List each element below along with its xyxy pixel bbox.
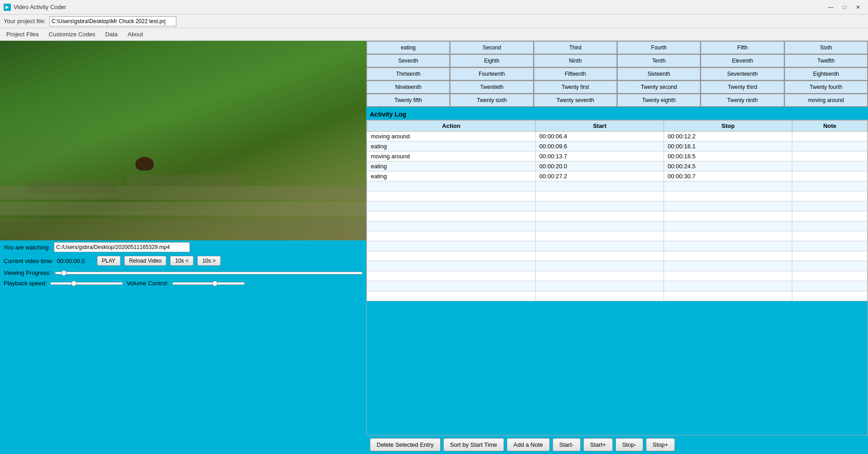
- code-btn-fourteenth[interactable]: Fourteenth: [450, 68, 533, 80]
- maximize-button[interactable]: □: [838, 2, 851, 13]
- code-btn-third[interactable]: Third: [534, 41, 617, 54]
- table-row-empty: [367, 271, 868, 281]
- play-button[interactable]: PLAY: [97, 256, 121, 266]
- code-btn-twenty-third[interactable]: Twenty third: [701, 81, 784, 93]
- reload-video-button[interactable]: Reload Video: [124, 256, 167, 266]
- progress-thumb[interactable]: [61, 270, 67, 276]
- code-btn-twenty-seventh[interactable]: Twenty seventh: [534, 94, 617, 107]
- col-note: Note: [792, 121, 868, 132]
- code-btn-sixteenth[interactable]: Sixteenth: [617, 68, 700, 80]
- cell-stop: 00:00:12.2: [664, 132, 792, 142]
- code-btn-tenth[interactable]: Tenth: [617, 54, 700, 67]
- code-btn-fifth[interactable]: Fifth: [701, 41, 784, 54]
- video-time-bar: Current video time: 00:00:00.0 PLAY Relo…: [0, 254, 366, 268]
- code-btn-twenty-sixth[interactable]: Twenty sixth: [450, 94, 533, 107]
- code-btn-twelfth[interactable]: Twelfth: [785, 54, 868, 67]
- svg-rect-4: [127, 175, 240, 187]
- speed-label: Playback speed:: [4, 280, 47, 287]
- col-stop: Stop: [664, 121, 792, 132]
- code-btn-second[interactable]: Second: [450, 41, 533, 54]
- cell-empty: [664, 291, 792, 301]
- table-row[interactable]: moving around00:00:06.400:00:12.2: [367, 132, 868, 142]
- stop-minus-button[interactable]: Stop-: [616, 438, 643, 451]
- progress-track[interactable]: [55, 272, 363, 274]
- stop-plus-button[interactable]: Stop+: [646, 438, 675, 451]
- close-button[interactable]: ✕: [852, 2, 864, 13]
- code-btn-eating[interactable]: eating: [367, 41, 450, 54]
- cell-stop: 00:00:30.7: [664, 171, 792, 181]
- code-btn-eighth[interactable]: Eighth: [450, 54, 533, 67]
- cell-empty: [792, 261, 868, 271]
- app-title: Video Activity Coder: [14, 4, 822, 10]
- cell-start: 00:00:13.7: [535, 151, 664, 161]
- menu-about[interactable]: About: [123, 30, 148, 39]
- bottom-buttons: Delete Selected Entry Sort by Start Time…: [366, 435, 868, 454]
- code-btn-twenty-first[interactable]: Twenty first: [534, 81, 617, 93]
- activity-log-table-wrapper[interactable]: Action Start Stop Note moving around00:0…: [366, 120, 868, 435]
- code-btn-moving-around[interactable]: moving around: [785, 94, 868, 107]
- video-animal: [136, 157, 154, 171]
- minimize-button[interactable]: —: [824, 2, 837, 13]
- skip-fwd-button[interactable]: 10s >: [197, 256, 221, 266]
- cell-start: 00:00:06.4: [535, 132, 664, 142]
- table-row[interactable]: eating00:00:20.000:00:24.5: [367, 161, 868, 171]
- video-steps-svg: [0, 41, 366, 240]
- delete-selected-button[interactable]: Delete Selected Entry: [370, 438, 441, 451]
- start-plus-button[interactable]: Start+: [583, 438, 613, 451]
- cell-empty: [792, 281, 868, 291]
- speed-slider[interactable]: [50, 282, 123, 285]
- volume-slider[interactable]: [172, 282, 245, 285]
- code-btn-ninth[interactable]: Ninth: [534, 54, 617, 67]
- cell-action: moving around: [367, 132, 536, 142]
- code-btn-thirteenth[interactable]: Thirteenth: [367, 68, 450, 80]
- cell-empty: [535, 211, 664, 221]
- code-btn-twentieth[interactable]: Twentieth: [450, 81, 533, 93]
- right-panel: eatingSecondThirdFourthFifthSixthSeventh…: [366, 41, 868, 454]
- cell-stop: 00:00:16.1: [664, 142, 792, 151]
- code-btn-seventh[interactable]: Seventh: [367, 54, 450, 67]
- cell-empty: [664, 281, 792, 291]
- menu-project-files[interactable]: Project Files: [2, 30, 44, 39]
- activity-log-body: moving around00:00:06.400:00:12.2eating0…: [367, 132, 868, 301]
- table-row[interactable]: eating00:00:27.200:00:30.7: [367, 171, 868, 181]
- menu-customize-codes[interactable]: Customize Codes: [44, 30, 100, 39]
- code-btn-twenty-eighth[interactable]: Twenty eighth: [617, 94, 700, 107]
- code-btn-nineteenth[interactable]: Nineteenth: [367, 81, 450, 93]
- code-btn-eleventh[interactable]: Eleventh: [701, 54, 784, 67]
- title-bar-buttons: — □ ✕: [824, 2, 864, 13]
- project-file-input[interactable]: [49, 16, 176, 26]
- watching-input[interactable]: [54, 242, 190, 252]
- add-note-button[interactable]: Add a Note: [507, 438, 550, 451]
- table-row-empty: [367, 251, 868, 261]
- code-btn-twenty-fourth[interactable]: Twenty fourth: [785, 81, 868, 93]
- cell-empty: [367, 291, 536, 301]
- code-btn-fourth[interactable]: Fourth: [617, 41, 700, 54]
- cell-empty: [792, 191, 868, 201]
- table-row[interactable]: moving around00:00:13.700:00:18.5: [367, 151, 868, 161]
- cell-empty: [535, 181, 664, 191]
- sort-start-time-button[interactable]: Sort by Start Time: [443, 438, 504, 451]
- cell-empty: [792, 201, 868, 211]
- speed-thumb[interactable]: [71, 281, 77, 286]
- code-btn-fifteenth[interactable]: Fifteenth: [534, 68, 617, 80]
- cell-empty: [664, 241, 792, 251]
- code-btn-sixth[interactable]: Sixth: [785, 41, 868, 54]
- cell-empty: [664, 201, 792, 211]
- cell-empty: [535, 261, 664, 271]
- time-display: 00:00:00.0: [57, 258, 93, 264]
- code-btn-twenty-second[interactable]: Twenty second: [617, 81, 700, 93]
- table-row[interactable]: eating00:00:09.600:00:16.1: [367, 142, 868, 151]
- code-btn-eighteenth[interactable]: Eighteenth: [785, 68, 868, 80]
- volume-thumb[interactable]: [212, 281, 218, 286]
- start-minus-button[interactable]: Start-: [553, 438, 581, 451]
- code-btn-twenty-ninth[interactable]: Twenty ninth: [701, 94, 784, 107]
- cell-empty: [535, 281, 664, 291]
- cell-empty: [535, 221, 664, 231]
- cell-empty: [664, 191, 792, 201]
- cell-empty: [792, 291, 868, 301]
- code-btn-twenty-fifth[interactable]: Twenty fifth: [367, 94, 450, 107]
- table-row-empty: [367, 221, 868, 231]
- menu-data[interactable]: Data: [101, 30, 122, 39]
- code-btn-seventeenth[interactable]: Seventeenth: [701, 68, 784, 80]
- skip-back-button[interactable]: 10s <: [170, 256, 194, 266]
